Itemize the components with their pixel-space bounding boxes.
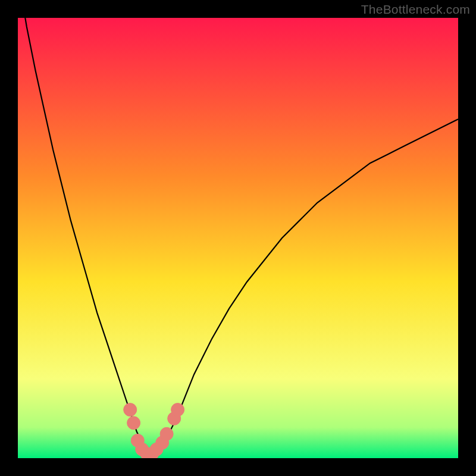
- data-marker: [160, 427, 173, 440]
- data-marker: [124, 403, 137, 416]
- outer-frame: TheBottleneck.com: [0, 0, 476, 476]
- data-marker: [171, 403, 184, 416]
- data-marker: [127, 416, 140, 430]
- watermark-text: TheBottleneck.com: [361, 2, 470, 17]
- gradient-background: [18, 18, 458, 458]
- plot-area: [18, 18, 458, 458]
- chart-svg: [18, 18, 458, 458]
